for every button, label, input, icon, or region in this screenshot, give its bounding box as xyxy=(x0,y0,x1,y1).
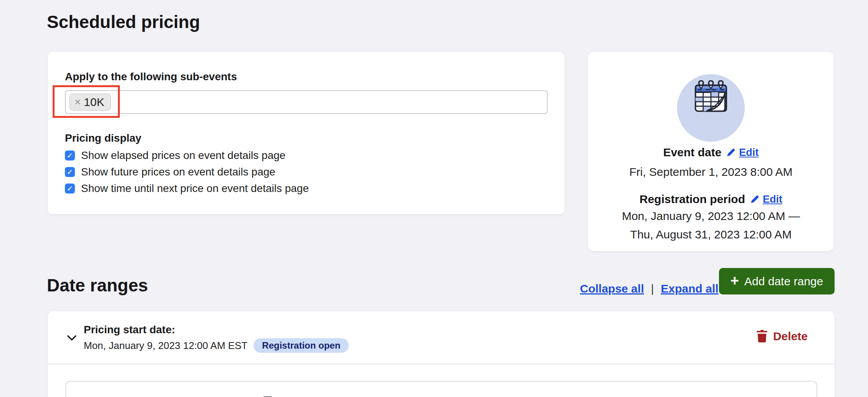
free-checkbox-group[interactable]: Free xyxy=(263,395,300,397)
add-date-range-button[interactable]: + Add date range xyxy=(719,268,835,294)
date-ranges-title: Date ranges xyxy=(47,275,148,296)
checkbox-label: Show elapsed prices on event details pag… xyxy=(81,149,285,162)
links-separator: | xyxy=(651,281,654,296)
registration-period-end: Thu, August 31, 2023 12:00 AM xyxy=(630,225,792,244)
calendar-icon xyxy=(693,80,729,113)
registration-period-label: Registration period xyxy=(639,192,745,207)
registration-period-start: Mon, January 9, 2023 12:00 AM — xyxy=(622,207,800,225)
collapse-all-link[interactable]: Collapse all xyxy=(580,281,644,296)
checkbox-checked-icon[interactable]: ✓ xyxy=(65,151,75,160)
add-date-range-label: Add date range xyxy=(744,275,823,288)
edit-link-label: Edit xyxy=(739,145,759,160)
tag-remove-icon[interactable]: × xyxy=(75,97,81,108)
pricing-row-subevent-label: 10K xyxy=(79,395,99,397)
option-show-elapsed-prices[interactable]: ✓ Show elapsed prices on event details p… xyxy=(65,149,547,162)
pricing-start-date-value: Mon, January 9, 2023 12:00 AM EST xyxy=(84,340,247,352)
pricing-display-label: Pricing display xyxy=(65,132,547,145)
status-badge: Registration open xyxy=(253,338,349,353)
subevents-card: Apply to the following sub-events × 10K … xyxy=(48,52,565,214)
free-label: Free xyxy=(277,395,300,397)
collapse-expand-links: Collapse all | Expand all xyxy=(580,281,719,296)
checkbox-checked-icon[interactable]: ✓ xyxy=(65,167,75,177)
event-summary-card: Event date Edit Fri, September 1, 2023 8… xyxy=(588,52,834,251)
delete-label: Delete xyxy=(773,330,808,343)
expand-all-link[interactable]: Expand all xyxy=(661,281,719,296)
subevent-tag-label: 10K xyxy=(84,96,104,109)
chevron-down-icon[interactable] xyxy=(66,334,77,341)
edit-link-label: Edit xyxy=(763,192,782,207)
date-range-card: Pricing start date: Mon, January 9, 2023… xyxy=(48,311,835,397)
option-show-time-until-next-price[interactable]: ✓ Show time until next price on event de… xyxy=(65,182,547,195)
subevents-label: Apply to the following sub-events xyxy=(65,70,547,83)
event-date-label: Event date xyxy=(663,145,722,160)
option-show-future-prices[interactable]: ✓ Show future prices on event details pa… xyxy=(65,165,547,179)
delete-date-range-button[interactable]: Delete xyxy=(756,330,808,343)
calendar-icon-circle xyxy=(677,74,745,142)
checkbox-label: Show future prices on event details page xyxy=(81,165,275,179)
pencil-icon xyxy=(750,194,760,204)
event-date-value: Fri, September 1, 2023 8:00 AM xyxy=(629,162,792,182)
checkbox-checked-icon[interactable]: ✓ xyxy=(65,184,75,194)
pricing-row-card: 10K Free Price Description xyxy=(65,381,817,397)
checkbox-label: Show time until next price on event deta… xyxy=(81,182,309,195)
trash-icon xyxy=(756,330,768,343)
subevent-tag[interactable]: × 10K xyxy=(70,94,111,111)
date-range-header: Pricing start date: Mon, January 9, 2023… xyxy=(48,311,835,364)
divider xyxy=(48,364,835,364)
pricing-start-date-label: Pricing start date: xyxy=(84,323,349,336)
price-label: Price xyxy=(444,395,470,397)
plus-icon: + xyxy=(731,273,739,288)
description-label: Description xyxy=(623,395,682,397)
edit-registration-period-link[interactable]: Edit xyxy=(750,192,782,207)
subevents-multiselect-input[interactable]: × 10K xyxy=(65,90,548,114)
pencil-icon xyxy=(726,147,736,157)
page-title: Scheduled pricing xyxy=(47,12,200,32)
edit-event-date-link[interactable]: Edit xyxy=(726,145,759,160)
